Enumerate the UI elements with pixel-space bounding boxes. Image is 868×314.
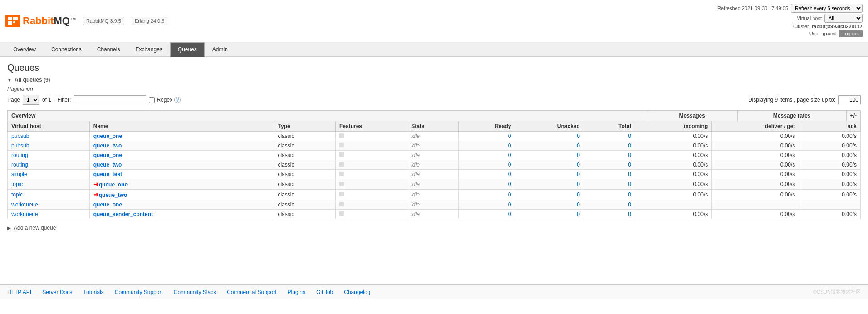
cell-incoming: 0.00/s	[635, 141, 711, 151]
vhost-link[interactable]: topic	[11, 181, 23, 187]
regex-help[interactable]: ?	[174, 97, 181, 103]
page-size-input[interactable]	[838, 95, 861, 104]
col-header-deliver: deliver / get	[712, 121, 799, 132]
footer-plugins[interactable]: Plugins	[288, 289, 305, 295]
cell-deliver: 0.00/s	[712, 141, 799, 151]
cell-unacked: 0	[515, 141, 584, 151]
footer-community-support[interactable]: Community Support	[115, 289, 163, 295]
cell-features	[336, 200, 407, 210]
table-row: workqueue queue_sender_content classic i…	[8, 210, 861, 219]
queue-name-link[interactable]: queue_one	[93, 201, 122, 208]
plus-minus-button[interactable]: +/-	[847, 111, 860, 121]
cell-name: queue_one	[89, 151, 274, 160]
cell-deliver: 0.00/s	[712, 132, 799, 141]
cell-deliver: 0.00/s	[712, 170, 799, 179]
table-section-header: Overview Messages Message rates +/-	[7, 110, 861, 121]
vhost-link[interactable]: routing	[11, 162, 28, 168]
cell-total: 0	[584, 210, 635, 219]
cell-vhost: workqueue	[8, 200, 90, 210]
nav-connections[interactable]: Connections	[44, 42, 89, 57]
add-queue-label: Add a new queue	[14, 225, 56, 231]
queue-name-link[interactable]: queue_two	[93, 142, 122, 149]
cell-deliver: 0.00/s	[712, 190, 799, 200]
page-select[interactable]: 1	[23, 95, 39, 105]
header-right: Refreshed 2021-09-30 17:49:05 No refresh…	[717, 4, 863, 38]
regex-label[interactable]: Regex ?	[149, 97, 181, 103]
nav-channels[interactable]: Channels	[89, 42, 128, 57]
vhost-link[interactable]: simple	[11, 171, 27, 177]
add-queue-section[interactable]: ▶ Add a new queue	[7, 225, 861, 231]
virtual-host-select[interactable]: All pubsub routing simple topic workqueu…	[824, 14, 863, 23]
nav-exchanges[interactable]: Exchanges	[128, 42, 170, 57]
cell-ready: 0	[459, 170, 515, 179]
cell-vhost: workqueue	[8, 210, 90, 219]
cell-vhost: routing	[8, 160, 90, 170]
cell-unacked: 0	[515, 200, 584, 210]
refresh-dropdown[interactable]: No refresh Refresh every 5 seconds Refre…	[791, 4, 863, 13]
cell-total: 0	[584, 200, 635, 210]
footer-tutorials[interactable]: Tutorials	[83, 289, 104, 295]
vhost-link[interactable]: pubsub	[11, 142, 29, 149]
cell-deliver	[712, 200, 799, 210]
queue-name-link[interactable]: queue_two	[93, 162, 122, 168]
page-title: Queues	[7, 63, 861, 73]
queues-table: Virtual host Name Type Features State Re…	[7, 121, 861, 219]
cell-name: ➜queue_two	[89, 190, 274, 200]
vhost-link[interactable]: workqueue	[11, 211, 38, 217]
cell-state: idle	[407, 210, 459, 219]
nav-overview[interactable]: Overview	[5, 42, 44, 57]
queue-name-link[interactable]: queue_one	[93, 152, 122, 158]
footer-http-api[interactable]: HTTP API	[7, 289, 31, 295]
cell-features	[336, 210, 407, 219]
cell-features	[336, 141, 407, 151]
cell-unacked: 0	[515, 151, 584, 160]
cell-name: queue_one	[89, 132, 274, 141]
queues-table-wrapper: Overview Messages Message rates +/- Virt…	[7, 110, 861, 219]
cell-state: idle	[407, 170, 459, 179]
col-header-name: Name	[89, 121, 274, 132]
footer-server-docs[interactable]: Server Docs	[42, 289, 72, 295]
queue-name-link[interactable]: queue_sender_content	[93, 211, 153, 217]
cell-features	[336, 151, 407, 160]
row-arrow: ➜	[93, 191, 99, 198]
vhost-link[interactable]: topic	[11, 191, 23, 198]
footer-changelog[interactable]: Changelog	[344, 289, 370, 295]
regex-checkbox[interactable]	[149, 97, 155, 103]
footer-community-slack[interactable]: Community Slack	[174, 289, 216, 295]
cell-state: idle	[407, 160, 459, 170]
cell-features	[336, 160, 407, 170]
cell-ack: 0.00/s	[799, 151, 861, 160]
cell-deliver: 0.00/s	[712, 160, 799, 170]
cell-type: classic	[274, 190, 336, 200]
queue-name-link[interactable]: queue_two	[99, 192, 128, 198]
display-info: Displaying 9 items , page size up to:	[748, 95, 861, 104]
cell-ready: 0	[459, 160, 515, 170]
cell-vhost: simple	[8, 170, 90, 179]
vhost-link[interactable]: routing	[11, 152, 28, 158]
cell-ack: 0.00/s	[799, 170, 861, 179]
vhost-link[interactable]: workqueue	[11, 201, 38, 208]
queue-name-link[interactable]: queue_test	[93, 171, 122, 177]
logo-area: RabbitMQTM RabbitMQ 3.9.5 Erlang 24.0.5	[5, 15, 167, 27]
footer-commercial-support[interactable]: Commercial Support	[227, 289, 276, 295]
cell-total: 0	[584, 170, 635, 179]
table-row: routing queue_two classic idle 0 0 0 0.0…	[8, 160, 861, 170]
table-row: topic ➜queue_two classic idle 0 0 0 0.00…	[8, 190, 861, 200]
col-header-state: State	[407, 121, 459, 132]
filter-label: - Filter:	[54, 97, 71, 103]
user-value: guest	[823, 31, 836, 36]
cell-ready: 0	[459, 190, 515, 200]
section-header[interactable]: ▼ All queues (9)	[7, 77, 861, 83]
cell-type: classic	[274, 151, 336, 160]
cell-ack: 0.00/s	[799, 141, 861, 151]
footer-github[interactable]: GitHub	[316, 289, 333, 295]
vhost-link[interactable]: pubsub	[11, 133, 29, 139]
queue-name-link[interactable]: queue_one	[93, 133, 122, 139]
logout-button[interactable]: Log out	[839, 30, 863, 37]
cell-type: classic	[274, 170, 336, 179]
nav-queues[interactable]: Queues	[170, 42, 205, 57]
queue-name-link[interactable]: queue_one	[99, 182, 128, 188]
filter-input[interactable]	[74, 95, 146, 104]
cell-type: classic	[274, 179, 336, 190]
nav-admin[interactable]: Admin	[205, 42, 235, 57]
